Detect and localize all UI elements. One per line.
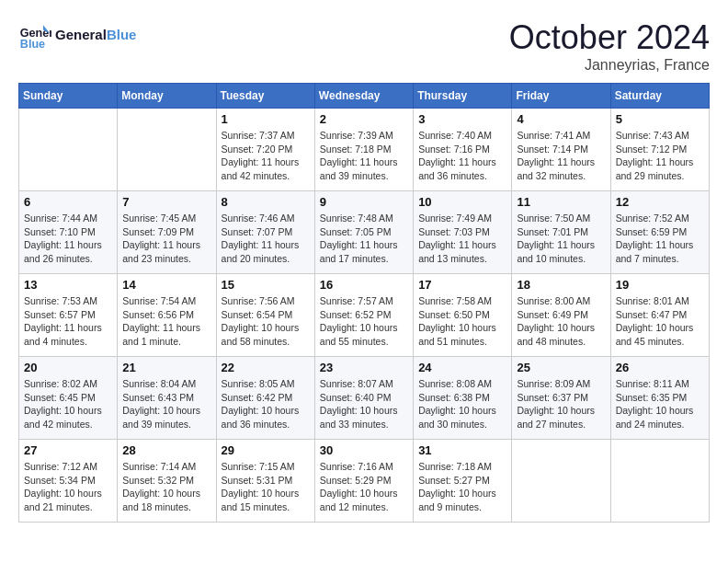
calendar-cell: 19Sunrise: 8:01 AMSunset: 6:47 PMDayligh…: [610, 274, 709, 357]
calendar-cell: [19, 109, 118, 191]
weekday-header-tuesday: Tuesday: [216, 84, 314, 109]
day-number: 13: [24, 278, 112, 292]
day-info: Sunrise: 8:04 AMSunset: 6:43 PMDaylight:…: [122, 377, 210, 431]
day-number: 23: [320, 361, 408, 374]
day-number: 27: [24, 443, 112, 457]
day-number: 2: [320, 112, 408, 126]
weekday-header-saturday: Saturday: [610, 84, 709, 109]
day-number: 5: [616, 112, 704, 126]
day-number: 24: [418, 361, 506, 374]
day-info: Sunrise: 8:07 AMSunset: 6:40 PMDaylight:…: [320, 377, 408, 431]
page-header: General Blue GeneralBlue October 2024 Ja…: [18, 18, 710, 74]
calendar-cell: 17Sunrise: 7:58 AMSunset: 6:50 PMDayligh…: [414, 274, 512, 357]
calendar-week-4: 20Sunrise: 8:02 AMSunset: 6:45 PMDayligh…: [19, 357, 710, 440]
calendar-cell: [512, 440, 610, 523]
day-number: 9: [320, 195, 408, 209]
day-number: 14: [122, 278, 210, 292]
calendar-cell: 24Sunrise: 8:08 AMSunset: 6:38 PMDayligh…: [414, 357, 512, 440]
calendar-cell: 29Sunrise: 7:15 AMSunset: 5:31 PMDayligh…: [216, 440, 314, 523]
day-info: Sunrise: 7:57 AMSunset: 6:52 PMDaylight:…: [320, 294, 408, 349]
day-info: Sunrise: 7:41 AMSunset: 7:14 PMDaylight:…: [517, 129, 605, 183]
calendar-cell: 28Sunrise: 7:14 AMSunset: 5:32 PMDayligh…: [118, 440, 216, 523]
calendar-cell: 12Sunrise: 7:52 AMSunset: 6:59 PMDayligh…: [610, 191, 709, 274]
day-number: 16: [320, 278, 408, 292]
day-info: Sunrise: 7:43 AMSunset: 7:12 PMDaylight:…: [616, 129, 704, 183]
title-block: October 2024 Janneyrias, France: [509, 18, 710, 74]
month-title: October 2024: [509, 18, 710, 57]
day-info: Sunrise: 7:58 AMSunset: 6:50 PMDaylight:…: [418, 294, 506, 349]
day-info: Sunrise: 7:53 AMSunset: 6:57 PMDaylight:…: [24, 294, 112, 349]
day-info: Sunrise: 7:50 AMSunset: 7:01 PMDaylight:…: [517, 212, 605, 266]
day-number: 15: [222, 278, 310, 292]
calendar-cell: 31Sunrise: 7:18 AMSunset: 5:27 PMDayligh…: [414, 440, 512, 523]
day-number: 4: [517, 112, 605, 126]
calendar-cell: 16Sunrise: 7:57 AMSunset: 6:52 PMDayligh…: [314, 274, 413, 357]
svg-text:Blue: Blue: [20, 38, 45, 51]
calendar-cell: 15Sunrise: 7:56 AMSunset: 6:54 PMDayligh…: [216, 274, 314, 357]
day-number: 25: [517, 361, 605, 374]
calendar-cell: 23Sunrise: 8:07 AMSunset: 6:40 PMDayligh…: [314, 357, 413, 440]
weekday-header-sunday: Sunday: [19, 84, 118, 109]
day-info: Sunrise: 8:09 AMSunset: 6:37 PMDaylight:…: [517, 377, 605, 431]
day-number: 17: [418, 278, 506, 292]
calendar-week-1: 1Sunrise: 7:37 AMSunset: 7:20 PMDaylight…: [19, 109, 710, 191]
calendar-cell: 25Sunrise: 8:09 AMSunset: 6:37 PMDayligh…: [512, 357, 610, 440]
day-number: 8: [222, 195, 310, 209]
calendar-cell: 5Sunrise: 7:43 AMSunset: 7:12 PMDaylight…: [610, 109, 709, 191]
day-number: 22: [222, 361, 310, 374]
logo-general: General: [55, 27, 107, 42]
calendar-cell: 27Sunrise: 7:12 AMSunset: 5:34 PMDayligh…: [19, 440, 118, 523]
day-info: Sunrise: 8:00 AMSunset: 6:49 PMDaylight:…: [517, 294, 605, 349]
day-number: 31: [418, 443, 506, 457]
calendar-cell: 18Sunrise: 8:00 AMSunset: 6:49 PMDayligh…: [512, 274, 610, 357]
calendar-cell: 7Sunrise: 7:45 AMSunset: 7:09 PMDaylight…: [118, 191, 216, 274]
calendar-cell: 11Sunrise: 7:50 AMSunset: 7:01 PMDayligh…: [512, 191, 610, 274]
day-info: Sunrise: 8:05 AMSunset: 6:42 PMDaylight:…: [222, 377, 310, 431]
weekday-header-friday: Friday: [512, 84, 610, 109]
calendar-cell: 9Sunrise: 7:48 AMSunset: 7:05 PMDaylight…: [314, 191, 413, 274]
calendar-cell: 13Sunrise: 7:53 AMSunset: 6:57 PMDayligh…: [19, 274, 118, 357]
day-info: Sunrise: 7:12 AMSunset: 5:34 PMDaylight:…: [24, 460, 112, 514]
calendar-cell: 30Sunrise: 7:16 AMSunset: 5:29 PMDayligh…: [314, 440, 413, 523]
day-info: Sunrise: 7:16 AMSunset: 5:29 PMDaylight:…: [320, 460, 408, 514]
calendar-week-5: 27Sunrise: 7:12 AMSunset: 5:34 PMDayligh…: [19, 440, 710, 523]
calendar-cell: 14Sunrise: 7:54 AMSunset: 6:56 PMDayligh…: [118, 274, 216, 357]
weekday-header-row: SundayMondayTuesdayWednesdayThursdayFrid…: [19, 84, 710, 109]
day-number: 6: [24, 195, 112, 209]
day-info: Sunrise: 8:02 AMSunset: 6:45 PMDaylight:…: [24, 377, 112, 431]
calendar-cell: 20Sunrise: 8:02 AMSunset: 6:45 PMDayligh…: [19, 357, 118, 440]
calendar-week-2: 6Sunrise: 7:44 AMSunset: 7:10 PMDaylight…: [19, 191, 710, 274]
day-info: Sunrise: 8:01 AMSunset: 6:47 PMDaylight:…: [616, 294, 704, 349]
day-info: Sunrise: 7:49 AMSunset: 7:03 PMDaylight:…: [418, 212, 506, 266]
day-info: Sunrise: 7:52 AMSunset: 6:59 PMDaylight:…: [616, 212, 704, 266]
day-number: 3: [418, 112, 506, 126]
calendar-cell: 2Sunrise: 7:39 AMSunset: 7:18 PMDaylight…: [314, 109, 413, 191]
calendar-cell: 8Sunrise: 7:46 AMSunset: 7:07 PMDaylight…: [216, 191, 314, 274]
day-number: 18: [517, 278, 605, 292]
day-number: 29: [222, 443, 310, 457]
day-info: Sunrise: 7:54 AMSunset: 6:56 PMDaylight:…: [122, 294, 210, 349]
day-number: 7: [122, 195, 210, 209]
calendar-week-3: 13Sunrise: 7:53 AMSunset: 6:57 PMDayligh…: [19, 274, 710, 357]
logo-icon: General Blue: [18, 18, 51, 52]
day-info: Sunrise: 7:14 AMSunset: 5:32 PMDaylight:…: [122, 460, 210, 514]
day-info: Sunrise: 7:40 AMSunset: 7:16 PMDaylight:…: [418, 129, 506, 183]
day-info: Sunrise: 7:48 AMSunset: 7:05 PMDaylight:…: [320, 212, 408, 266]
day-number: 20: [24, 361, 112, 374]
day-info: Sunrise: 8:11 AMSunset: 6:35 PMDaylight:…: [616, 377, 704, 431]
day-number: 28: [122, 443, 210, 457]
day-info: Sunrise: 7:15 AMSunset: 5:31 PMDaylight:…: [222, 460, 310, 514]
weekday-header-wednesday: Wednesday: [314, 84, 413, 109]
day-number: 26: [616, 361, 704, 374]
calendar-cell: [610, 440, 709, 523]
calendar-cell: 22Sunrise: 8:05 AMSunset: 6:42 PMDayligh…: [216, 357, 314, 440]
weekday-header-thursday: Thursday: [414, 84, 512, 109]
day-info: Sunrise: 7:45 AMSunset: 7:09 PMDaylight:…: [122, 212, 210, 266]
day-info: Sunrise: 7:44 AMSunset: 7:10 PMDaylight:…: [24, 212, 112, 266]
calendar-cell: [118, 109, 216, 191]
day-info: Sunrise: 7:56 AMSunset: 6:54 PMDaylight:…: [222, 294, 310, 349]
day-number: 21: [122, 361, 210, 374]
calendar-cell: 26Sunrise: 8:11 AMSunset: 6:35 PMDayligh…: [610, 357, 709, 440]
day-number: 30: [320, 443, 408, 457]
day-number: 10: [418, 195, 506, 209]
